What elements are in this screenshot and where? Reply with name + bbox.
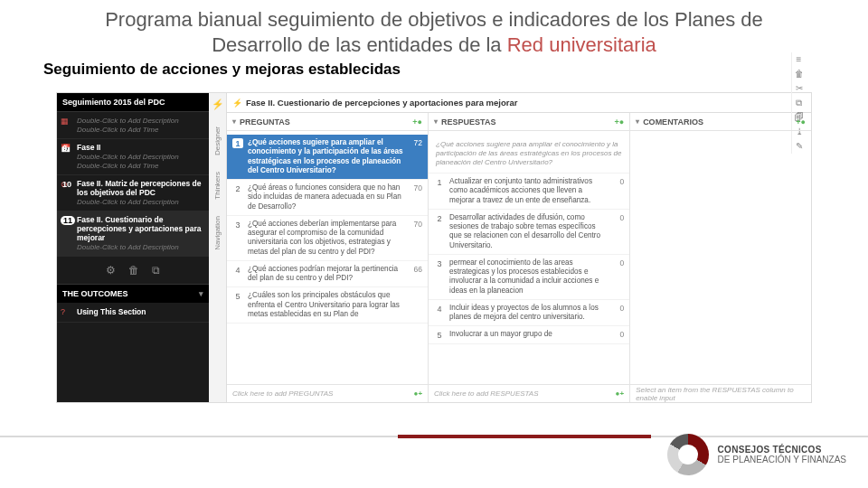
question-icon: ?: [61, 307, 71, 317]
sidebar-header[interactable]: Seguimiento 2015 del PDC: [57, 93, 209, 112]
row-text: Involucrar a un mayor grupo de: [449, 330, 605, 339]
col-preguntas-label: PREGUNTAS: [240, 117, 290, 127]
row-number: 3: [232, 220, 243, 230]
row-score: 0: [609, 304, 624, 313]
list-row[interactable]: 2¿Qué áreas o funciones considera que no…: [227, 180, 428, 216]
toolbar-icon[interactable]: 🗑: [791, 67, 806, 81]
rail-tab-navigation[interactable]: Navigation: [213, 216, 222, 250]
row-number: 1: [434, 177, 445, 187]
list-row[interactable]: 1¿Qué acciones sugiere para ampliar el c…: [227, 135, 428, 180]
title-line-2b: Red universitaria: [507, 33, 656, 56]
slide-title: Programa bianual seguimiento de objetivo…: [0, 0, 868, 57]
brand-text: CONSEJOS TÉCNICOS DE PLANEACIÓN Y FINANZ…: [718, 445, 846, 465]
bolt-icon[interactable]: ⚡: [212, 99, 224, 110]
row-text: Incluir ideas y proyectos de los alumnos…: [449, 304, 605, 323]
main-panel: ⚡ Fase II. Cuestionario de percepciones …: [227, 93, 811, 402]
grid-icon: ▦: [61, 117, 71, 127]
sidebar-outcomes[interactable]: THE OUTCOMES: [57, 284, 209, 303]
list-row[interactable]: 5Involucrar a un mayor grupo de0: [429, 326, 629, 344]
col-comentarios: COMENTARIOS +● Select an item from the R…: [630, 113, 811, 402]
topbar: ⚡ Fase II. Cuestionario de percepciones …: [227, 93, 811, 113]
sidebar-using-label: Using This Section: [77, 307, 146, 316]
rail-tab-designer[interactable]: Designer: [213, 127, 222, 155]
col-comentarios-label: COMENTARIOS: [643, 117, 703, 127]
toolbar-icon[interactable]: ≡: [791, 52, 806, 67]
row-score: 72: [408, 138, 422, 147]
sidebar-item[interactable]: ⚡11Fase II. Cuestionario de percepciones…: [57, 211, 209, 257]
row-score: 0: [609, 213, 624, 222]
row-text: Desarrollar actividades de difusión, com…: [449, 213, 605, 250]
list-row[interactable]: 2Desarrollar actividades de difusión, co…: [429, 210, 629, 255]
add-icon[interactable]: +●: [412, 117, 422, 127]
row-score: 70: [408, 183, 422, 192]
bolt-icon: ⚡: [232, 99, 242, 108]
item-title: Fase II. Matriz de percepciones de los o…: [77, 180, 203, 198]
row-score: 0: [609, 330, 624, 339]
vertical-rail: ⚡ Designer Thinkers Navigation: [209, 93, 227, 402]
add-icon[interactable]: ●+: [616, 389, 625, 398]
sidebar-tools: ⚙ 🗑 ⧉: [57, 257, 209, 284]
item-title: Fase II: [77, 144, 203, 153]
item-hint: Double-Click to Add Description: [77, 153, 203, 162]
col-respuestas-footer-label: Click here to add RESPUESTAS: [434, 389, 538, 398]
col-respuestas-header[interactable]: RESPUESTAS +●: [429, 113, 629, 131]
list-row[interactable]: 4¿Qué acciones podrían mejorar la pertin…: [227, 261, 428, 288]
item-hint: Double-Click to Add Time: [77, 162, 203, 171]
item-hint: Double-Click to Add Description: [77, 243, 203, 252]
row-text: ¿Cuáles son los principales obstáculos q…: [248, 291, 403, 319]
brand: CONSEJOS TÉCNICOS DE PLANEACIÓN Y FINANZ…: [667, 434, 846, 475]
add-icon[interactable]: +●: [614, 117, 624, 127]
brand-logo-icon: [667, 434, 709, 475]
slide-subtitle: Seguimiento de acciones y mejoras establ…: [0, 57, 868, 82]
row-number: 5: [434, 330, 445, 340]
rail-tab-thinkers[interactable]: Thinkers: [213, 172, 222, 200]
row-number: 2: [434, 213, 445, 223]
columns: PREGUNTAS +● 1¿Qué acciones sugiere para…: [227, 113, 811, 402]
brand-line1: CONSEJOS TÉCNICOS: [718, 445, 822, 455]
col-comentarios-footer-label: Select an item from the RESPUESTAS colum…: [636, 386, 806, 402]
brand-line2: DE PLANEACIÓN Y FINANZAS: [718, 455, 846, 465]
row-number: 4: [232, 265, 243, 275]
col-preguntas-header[interactable]: PREGUNTAS +●: [227, 113, 428, 131]
list-row[interactable]: 1Actualizar en conjunto tanto administra…: [429, 174, 629, 210]
topbar-title: Fase II. Cuestionario de percepciones y …: [246, 98, 517, 108]
toolbar-icon[interactable]: ✂: [791, 81, 806, 96]
col-comentarios-footer: Select an item from the RESPUESTAS colum…: [630, 384, 811, 402]
gear-icon[interactable]: ⚙: [106, 264, 116, 277]
list-row[interactable]: 4Incluir ideas y proyectos de los alumno…: [429, 300, 629, 327]
title-line-1: Programa bianual seguimiento de objetivo…: [105, 8, 763, 31]
sidebar-item[interactable]: 📅9Fase IIDouble-Click to Add Description…: [57, 139, 209, 175]
list-row[interactable]: 5¿Cuáles son los principales obstáculos …: [227, 287, 428, 324]
col-respuestas-footer[interactable]: Click here to add RESPUESTAS ●+: [429, 384, 629, 402]
toolbar-icon[interactable]: ⧉: [791, 96, 806, 110]
item-number: 11: [61, 216, 75, 225]
item-title: Fase II. Cuestionario de percepciones y …: [77, 216, 203, 242]
row-text: ¿Qué áreas o funciones considera que no …: [248, 183, 403, 211]
row-score: 66: [408, 265, 422, 274]
row-score: 70: [408, 220, 422, 229]
col-preguntas: PREGUNTAS +● 1¿Qué acciones sugiere para…: [227, 113, 429, 402]
trash-icon[interactable]: 🗑: [128, 264, 139, 277]
list-row[interactable]: 3¿Qué acciones deberían implementarse pa…: [227, 216, 428, 261]
row-number: 4: [434, 304, 445, 314]
row-text: permear el conocimiento de las areas est…: [449, 258, 605, 296]
add-icon[interactable]: ●+: [414, 389, 423, 398]
respuestas-quote: ¿Qué acciones sugiere para ampliar el co…: [429, 135, 629, 174]
col-respuestas-label: RESPUESTAS: [441, 117, 495, 127]
row-text: ¿Qué acciones podrían mejorar la pertine…: [248, 265, 403, 284]
row-text: ¿Qué acciones sugiere para ampliar el co…: [248, 138, 403, 175]
sidebar-item[interactable]: ⊘10Fase II. Matriz de percepciones de lo…: [57, 175, 209, 211]
sidebar-item[interactable]: ▦Double-Click to Add DescriptionDouble-C…: [57, 112, 209, 139]
title-line-2a: Desarrollo de las entidades de la: [212, 33, 507, 56]
row-number: 1: [232, 138, 243, 148]
col-preguntas-footer-label: Click here to add PREGUNTAS: [232, 389, 333, 398]
sidebar-using[interactable]: ? Using This Section: [57, 303, 209, 323]
row-score: 0: [609, 258, 624, 267]
sidebar: Seguimiento 2015 del PDC ▦Double-Click t…: [57, 93, 209, 402]
add-icon[interactable]: +●: [796, 117, 806, 127]
row-text: Actualizar en conjunto tanto administrat…: [449, 177, 605, 205]
col-comentarios-header[interactable]: COMENTARIOS +●: [630, 113, 811, 131]
list-row[interactable]: 3permear el conocimiento de las areas es…: [429, 255, 629, 300]
col-preguntas-footer[interactable]: Click here to add PREGUNTAS ●+: [227, 384, 428, 402]
copy-icon[interactable]: ⧉: [152, 264, 160, 277]
